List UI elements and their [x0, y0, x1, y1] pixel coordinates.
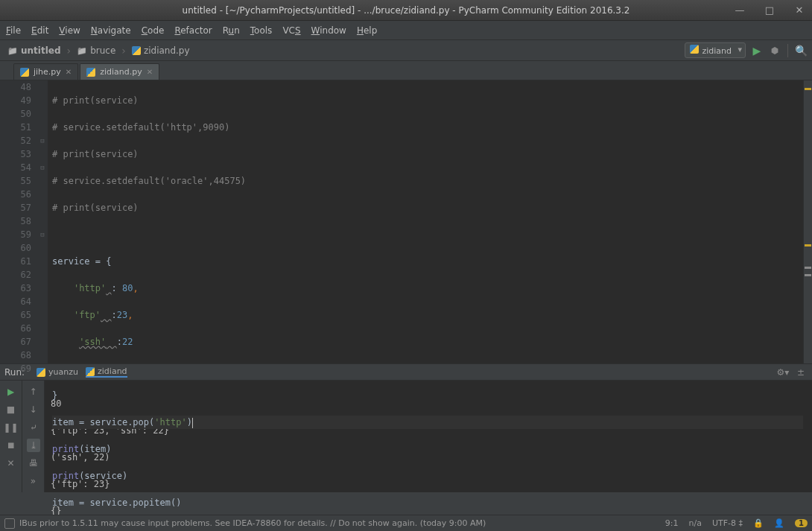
window-title: untitled - [~/PycharmProjects/untitled] …: [183, 5, 630, 16]
lock-icon[interactable]: 🔒: [753, 518, 764, 528]
close-button[interactable]: ✕: [791, 4, 808, 16]
editor-tabs: jihe.py✕ zidiand.py✕: [0, 61, 812, 80]
maximize-button[interactable]: □: [761, 4, 778, 16]
tool-windows-icon[interactable]: [4, 518, 15, 529]
menu-help[interactable]: Help: [357, 25, 377, 36]
breadcrumb-folder[interactable]: bruce: [74, 44, 118, 57]
menu-vcs[interactable]: VCS: [282, 25, 300, 36]
error-stripe[interactable]: [803, 80, 812, 363]
run-left-toolbar2: ↑ ↓ ⤶ ⤓ 🖶 »: [22, 381, 45, 492]
line-number-gutter: 4849505152535455565758596061626364656667…: [0, 80, 37, 363]
python-file-icon: [132, 46, 141, 55]
run-left-toolbar: ▶ ■ ❚❚ ⏹ ✕: [0, 381, 22, 492]
soft-wrap-icon[interactable]: ⤶: [27, 421, 40, 434]
tab-zidiand[interactable]: zidiand.py✕: [80, 63, 159, 80]
python-file-icon: [20, 68, 29, 77]
scroll-to-end-icon[interactable]: ⤓: [27, 439, 40, 452]
hector-icon[interactable]: 👤: [774, 518, 784, 528]
folder-icon: [7, 45, 18, 56]
menu-edit[interactable]: Edit: [31, 25, 48, 36]
breadcrumb-project[interactable]: untitled: [4, 44, 64, 57]
tab-label: zidiand.py: [100, 67, 142, 77]
close-tab-icon[interactable]: ✕: [66, 68, 72, 76]
menu-refactor[interactable]: Refactor: [174, 25, 212, 36]
notification-badge[interactable]: 1: [795, 519, 808, 527]
folder-icon: [77, 45, 87, 56]
fold-gutter[interactable]: ⊟⊟⊟: [37, 80, 48, 363]
breadcrumb-file[interactable]: zidiand.py: [129, 44, 193, 57]
run-config-selector[interactable]: zidiand: [685, 42, 746, 58]
debug-button[interactable]: ⬢: [768, 44, 781, 57]
close-run-button[interactable]: ✕: [4, 457, 18, 470]
print-icon[interactable]: 🖶: [27, 457, 40, 470]
stop-button[interactable]: ■: [4, 403, 18, 416]
tab-jihe[interactable]: jihe.py✕: [13, 63, 78, 80]
python-file-icon: [86, 68, 95, 77]
exit-button[interactable]: ⏹: [4, 439, 18, 452]
python-icon: [690, 45, 699, 54]
menu-file[interactable]: File: [6, 25, 21, 36]
search-everywhere-button[interactable]: 🔍: [794, 44, 808, 57]
menubar: File Edit View Navigate Code Refactor Ru…: [0, 21, 812, 40]
breadcrumb: untitled › bruce › zidiand.py: [4, 44, 193, 57]
close-tab-icon[interactable]: ✕: [147, 68, 153, 76]
status-message[interactable]: IBus prior to 1.5.11 may cause input pro…: [19, 518, 486, 528]
line-separator[interactable]: n/a: [689, 518, 702, 528]
menu-navigate[interactable]: Navigate: [91, 25, 131, 36]
menu-view[interactable]: View: [59, 25, 80, 36]
menu-code[interactable]: Code: [142, 25, 165, 36]
separator: [787, 44, 788, 57]
cursor-position[interactable]: 9:1: [665, 518, 679, 528]
code-area[interactable]: # print(service) # service.setdefault('h…: [48, 80, 803, 363]
menu-window[interactable]: Window: [311, 25, 346, 36]
run-button[interactable]: ▶: [750, 44, 764, 57]
minimize-button[interactable]: —: [732, 4, 748, 16]
status-bar: IBus prior to 1.5.11 may cause input pro…: [0, 515, 812, 531]
tab-label: jihe.py: [34, 67, 61, 77]
pause-button[interactable]: ❚❚: [4, 421, 18, 434]
chevron-right-icon: ›: [121, 45, 126, 57]
menu-run[interactable]: Run: [223, 25, 240, 36]
window-titlebar: untitled - [~/PycharmProjects/untitled] …: [0, 0, 812, 21]
rerun-button[interactable]: ▶: [4, 385, 18, 398]
encoding[interactable]: UTF-8 ‡: [712, 518, 743, 528]
chevron-right-icon: ›: [67, 45, 72, 57]
down-stack-icon[interactable]: ↓: [27, 403, 40, 416]
up-stack-icon[interactable]: ↑: [27, 385, 40, 398]
navigation-bar: untitled › bruce › zidiand.py zidiand ▶ …: [0, 40, 812, 61]
code-editor[interactable]: 4849505152535455565758596061626364656667…: [0, 80, 812, 363]
menu-tools[interactable]: Tools: [250, 25, 273, 36]
expand-icon[interactable]: »: [27, 474, 40, 488]
text-caret: [192, 418, 193, 428]
